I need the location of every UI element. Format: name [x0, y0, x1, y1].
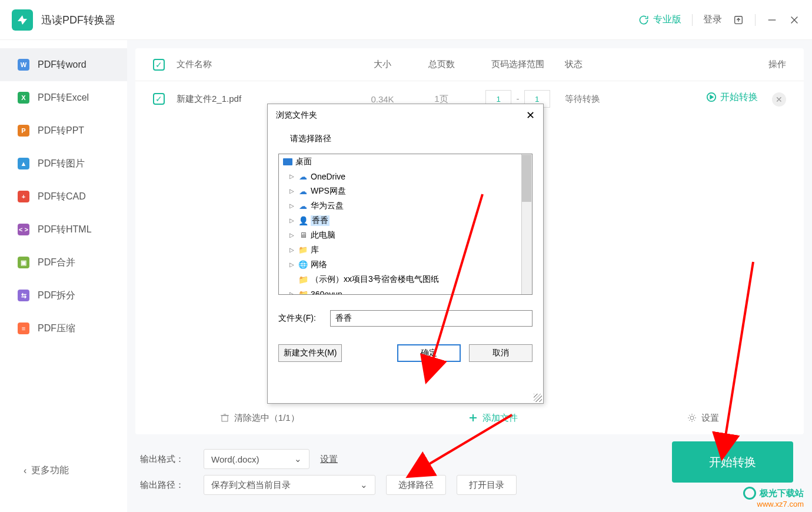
- output-format-select[interactable]: Word(.docx) ⌄: [204, 449, 310, 469]
- row-checkbox[interactable]: ✓: [153, 93, 165, 105]
- scrollbar[interactable]: [521, 154, 532, 294]
- watermark: 极光下载站 www.xz7.com: [743, 487, 804, 508]
- browse-folder-dialog: 浏览文件夹 ✕ 请选择路径 桌面▷☁OneDrive▷☁WPS网盘▷☁华为云盘▷…: [267, 104, 544, 404]
- sidebar-item-pdf-compress[interactable]: ≡PDF压缩: [0, 312, 127, 345]
- add-file[interactable]: 添加文件: [468, 413, 518, 424]
- settings[interactable]: 设置: [687, 413, 719, 424]
- tree-item[interactable]: ▷☁WPS网盘: [279, 184, 532, 198]
- remove-row-button[interactable]: ✕: [772, 92, 786, 107]
- folder-tree[interactable]: 桌面▷☁OneDrive▷☁WPS网盘▷☁华为云盘▷👤香香▷🖥此电脑▷📁库▷🌐网…: [278, 154, 533, 295]
- sidebar: WPDF转word XPDF转Excel PPDF转PPT ▲PDF转图片 +P…: [0, 40, 127, 512]
- file-status: 等待转换: [565, 94, 647, 105]
- sidebar-item-pdf-cad[interactable]: +PDF转CAD: [0, 180, 127, 213]
- split-icon: ⇆: [18, 290, 29, 301]
- chevron-left-icon: ‹: [24, 466, 26, 476]
- sidebar-item-pdf-word[interactable]: WPDF转word: [0, 48, 127, 81]
- folder-name-input[interactable]: [330, 310, 533, 327]
- app-title: 迅读PDF转换器: [41, 13, 115, 27]
- tree-item[interactable]: ▷📁库: [279, 242, 532, 257]
- output-path-select[interactable]: 保存到文档当前目录 ⌄: [204, 475, 375, 495]
- cad-icon: +: [18, 191, 29, 202]
- output-settings-link[interactable]: 设置: [320, 454, 338, 465]
- chevron-down-icon: ⌄: [294, 454, 302, 464]
- start-convert-button[interactable]: 开始转换: [672, 441, 793, 483]
- start-convert-link[interactable]: 开始转换: [706, 91, 758, 104]
- play-icon: [706, 92, 717, 102]
- folder-field-label: 文件夹(F):: [278, 313, 316, 324]
- sidebar-item-pdf-split[interactable]: ⇆PDF拆分: [0, 279, 127, 312]
- ok-button[interactable]: 确定: [397, 344, 461, 362]
- word-icon: W: [18, 59, 29, 71]
- tree-item[interactable]: 📁（示例）xx项目3号宿舍楼电气图纸: [279, 272, 532, 287]
- table-header: ✓ 文件名称 大小 总页数 页码选择范围 状态 操作: [135, 48, 804, 81]
- compress-icon: ≡: [18, 323, 29, 334]
- header-pages: 总页数: [412, 59, 471, 70]
- chevron-down-icon: ⌄: [360, 480, 368, 490]
- export-icon[interactable]: [733, 14, 744, 26]
- sidebar-item-pdf-image[interactable]: ▲PDF转图片: [0, 147, 127, 180]
- dialog-subtitle: 请选择路径: [268, 127, 543, 149]
- titlebar: 迅读PDF转换器 专业版 登录: [0, 0, 812, 40]
- sidebar-item-pdf-ppt[interactable]: PPDF转PPT: [0, 114, 127, 147]
- divider: [755, 14, 756, 26]
- new-folder-button[interactable]: 新建文件夹(M): [278, 344, 342, 362]
- svg-rect-5: [222, 415, 228, 421]
- app-logo: [12, 9, 33, 31]
- close-icon[interactable]: ✕: [526, 109, 535, 122]
- resize-grip[interactable]: [534, 394, 542, 402]
- html-icon: < >: [18, 224, 29, 235]
- merge-icon: ▣: [18, 257, 29, 268]
- tree-item[interactable]: ▷🖥此电脑: [279, 228, 532, 242]
- tree-item[interactable]: ▷🌐网络: [279, 257, 532, 272]
- clear-selected[interactable]: 清除选中（1/1）: [220, 413, 299, 424]
- close-icon[interactable]: [788, 14, 800, 26]
- ppt-icon: P: [18, 125, 29, 137]
- panel-footer: 清除选中（1/1） 添加文件 设置: [135, 401, 804, 434]
- file-name: 新建文件2_1.pdf: [177, 94, 353, 105]
- pro-badge[interactable]: 专业版: [638, 14, 681, 26]
- sidebar-item-pdf-excel[interactable]: XPDF转Excel: [0, 81, 127, 114]
- open-dir-button[interactable]: 打开目录: [457, 475, 517, 495]
- tree-item[interactable]: ▷👤香香: [279, 213, 532, 228]
- tree-item[interactable]: ▷📁360eyun: [279, 287, 532, 295]
- excel-icon: X: [18, 92, 29, 104]
- divider: [692, 14, 693, 26]
- file-size: 0.34K: [353, 94, 412, 104]
- tree-item[interactable]: ▷☁华为云盘: [279, 198, 532, 213]
- clear-icon: [220, 413, 229, 423]
- image-icon: ▲: [18, 158, 29, 169]
- more-functions[interactable]: ‹更多功能: [24, 464, 69, 477]
- output-format-label: 输出格式：: [140, 454, 193, 465]
- tree-item[interactable]: 桌面: [279, 154, 532, 169]
- tree-item[interactable]: ▷☁OneDrive: [279, 169, 532, 184]
- login-link[interactable]: 登录: [703, 14, 722, 26]
- gear-icon: [687, 413, 697, 423]
- sidebar-item-pdf-merge[interactable]: ▣PDF合并: [0, 246, 127, 279]
- select-all-checkbox[interactable]: ✓: [153, 59, 165, 71]
- refresh-icon: [638, 14, 650, 26]
- cancel-button[interactable]: 取消: [469, 344, 533, 362]
- plus-icon: [468, 413, 478, 423]
- sidebar-item-pdf-html[interactable]: < >PDF转HTML: [0, 213, 127, 246]
- dialog-titlebar: 浏览文件夹 ✕: [268, 104, 543, 127]
- header-status: 状态: [565, 59, 647, 70]
- choose-path-button[interactable]: 选择路径: [386, 475, 446, 495]
- svg-point-8: [690, 416, 694, 420]
- file-pages: 1页: [412, 94, 471, 105]
- header-action: 操作: [647, 59, 786, 70]
- header-range: 页码选择范围: [471, 59, 565, 70]
- header-name: 文件名称: [177, 59, 353, 70]
- minimize-icon[interactable]: [766, 14, 778, 26]
- output-path-label: 输出路径：: [140, 480, 193, 491]
- logo-icon: [743, 487, 756, 500]
- header-size: 大小: [353, 59, 412, 70]
